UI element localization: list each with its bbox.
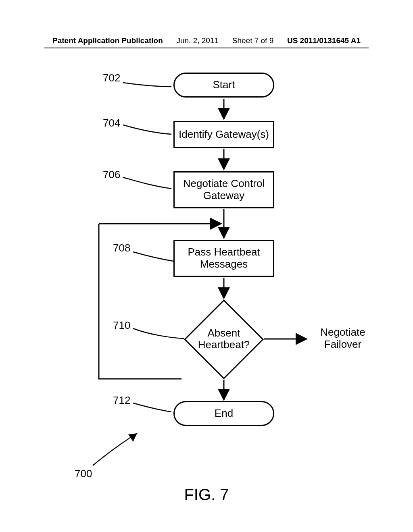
ref-712: 712 [113, 394, 130, 407]
ref-710: 710 [113, 319, 130, 332]
node-decision: Absent Heartbeat? [184, 299, 264, 380]
node-negotiate-control: Negotiate Control Gateway [173, 171, 274, 208]
page-header: Patent Application Publication Jun. 2, 2… [0, 36, 413, 45]
label-negotiate-failover: Negotiate Failover [311, 326, 375, 351]
ref-704: 704 [103, 117, 120, 129]
ref-700: 700 [75, 468, 92, 480]
ref-702: 702 [103, 72, 120, 84]
node-decision-label: Absent Heartbeat? [184, 327, 264, 350]
node-negotiate-control-label: Negotiate Control Gateway [183, 178, 265, 202]
node-identify-gateways: Identify Gateway(s) [173, 121, 274, 148]
ref-706: 706 [103, 168, 120, 181]
node-pass-heartbeat-label: Pass Heartbeat Messages [188, 246, 260, 270]
node-end: End [173, 401, 274, 426]
header-sheet: Sheet 7 of 9 [232, 36, 273, 45]
node-pass-heartbeat: Pass Heartbeat Messages [173, 240, 274, 277]
svg-marker-7 [128, 433, 137, 442]
node-identify-label: Identify Gateway(s) [179, 129, 269, 141]
figure-title: FIG. 7 [0, 486, 413, 504]
header-date: Jun. 2, 2011 [176, 36, 219, 45]
header-left: Patent Application Publication [52, 36, 163, 45]
node-start: Start [173, 73, 274, 98]
node-start-label: Start [213, 79, 235, 91]
header-pubno: US 2011/0131645 A1 [287, 36, 361, 45]
node-end-label: End [215, 407, 233, 420]
header-rule [44, 48, 369, 48]
ref-708: 708 [113, 242, 130, 254]
